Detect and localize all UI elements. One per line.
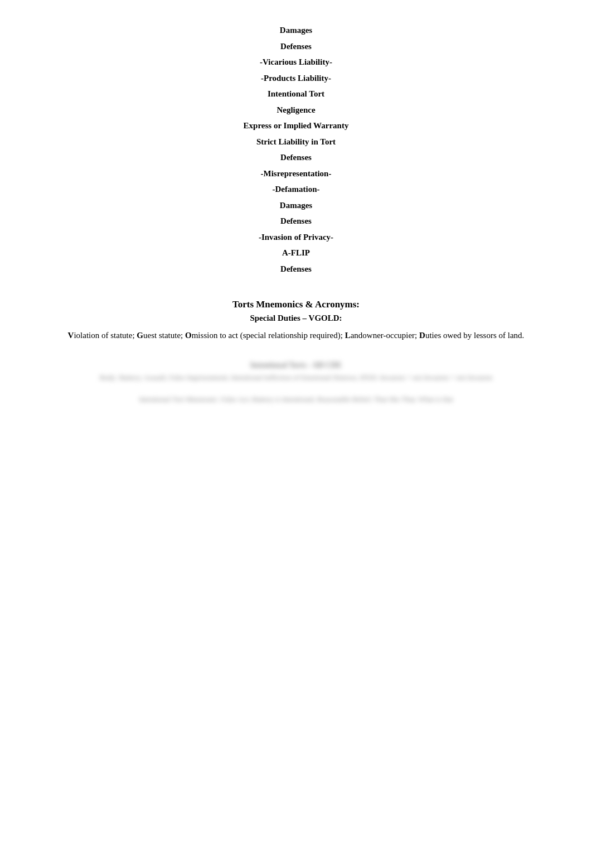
- blurred-body-1: Body: Battery; Assault; False Imprisonme…: [45, 372, 547, 384]
- letter-o: O: [185, 331, 192, 340]
- letter-l: L: [345, 331, 351, 340]
- outline-item-0: Damages: [45, 22, 547, 38]
- outline-item-5: Negligence: [45, 102, 547, 118]
- outline-list: Damages Defenses -Vicarious Liability- -…: [45, 22, 547, 277]
- l-text: andowner-occupier;: [351, 331, 419, 340]
- blurred-section-1: Intentional Torts - AB CDE Body: Battery…: [45, 359, 547, 384]
- d-text: uties owed by lessors of land.: [425, 331, 524, 340]
- letter-g: G: [137, 331, 143, 340]
- outline-item-14: A-FLIP: [45, 245, 547, 261]
- outline-item-9: -Misrepresentation-: [45, 166, 547, 182]
- outline-item-12: Defenses: [45, 213, 547, 229]
- g-text: uest statute;: [143, 331, 185, 340]
- blurred-body-2: Intentional Tort Mnemonic: False Act; Ba…: [45, 394, 547, 406]
- o-text: mission to act (special relationship req…: [192, 331, 345, 340]
- letter-v: V: [68, 331, 74, 340]
- mnemonics-subsection: Special Duties – VGOLD:: [45, 314, 547, 323]
- outline-item-3: -Products Liability-: [45, 70, 547, 86]
- outline-item-1: Defenses: [45, 38, 547, 55]
- outline-item-11: Damages: [45, 197, 547, 214]
- blurred-title-1: Intentional Torts - AB CDE: [45, 359, 547, 372]
- v-text: iolation of statute;: [74, 331, 137, 340]
- outline-item-15: Defenses: [45, 261, 547, 277]
- outline-item-7: Strict Liability in Tort: [45, 134, 547, 150]
- mnemonics-title: Torts Mnemonics & Acronyms:: [45, 299, 547, 310]
- letter-d: D: [419, 331, 425, 340]
- outline-item-13: -Invasion of Privacy-: [45, 229, 547, 245]
- outline-item-8: Defenses: [45, 150, 547, 166]
- blurred-section-2: Intentional Tort Mnemonic: False Act; Ba…: [45, 394, 547, 406]
- outline-item-2: -Vicarious Liability-: [45, 54, 547, 70]
- outline-item-6: Express or Implied Warranty: [45, 118, 547, 134]
- outline-item-10: -Defamation-: [45, 181, 547, 197]
- outline-item-4: Intentional Tort: [45, 86, 547, 102]
- mnemonics-body: Violation of statute; Guest statute; Omi…: [45, 329, 547, 342]
